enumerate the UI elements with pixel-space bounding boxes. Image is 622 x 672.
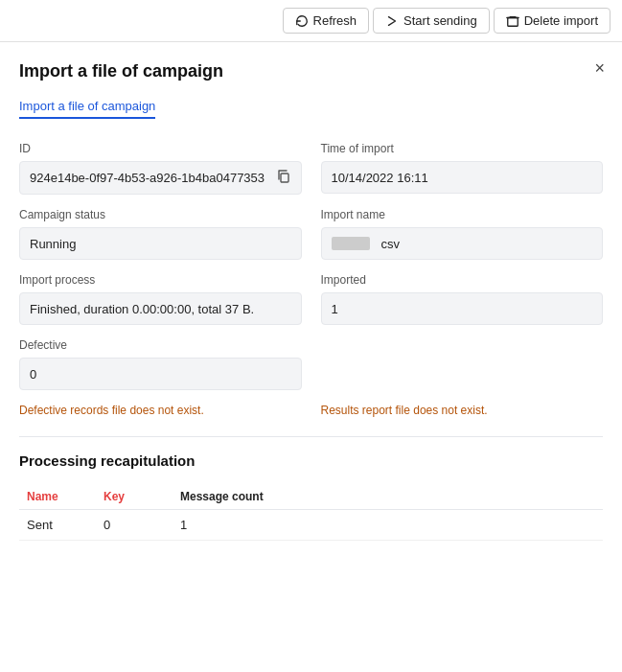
refresh-icon [295, 14, 309, 28]
col-header-name: Name [19, 484, 96, 510]
results-report-info: Results report file does not exist. [321, 404, 604, 417]
defective-value: 0 [19, 358, 302, 390]
svg-rect-0 [507, 17, 518, 26]
recapitulation-section: Processing recapitulation Name Key Messa… [19, 452, 603, 541]
id-value: 924e14be-0f97-4b53-a926-1b4ba0477353 [19, 161, 302, 195]
start-sending-button[interactable]: Start sending [373, 8, 490, 34]
form-grid: ID 924e14be-0f97-4b53-a926-1b4ba0477353 … [19, 142, 603, 390]
col-header-message-count: Message count [173, 484, 603, 510]
col-header-key: Key [96, 484, 173, 510]
cell-name: Sent [19, 510, 96, 541]
info-row: Defective records file does not exist. R… [19, 404, 603, 417]
import-process-group: Import process Finished, duration 0.00:0… [19, 273, 302, 325]
toolbar: Refresh Start sending Delete import [0, 0, 622, 42]
time-of-import-group: Time of import 10/14/2022 16:11 [321, 142, 604, 195]
page-title: Import a file of campaign [19, 61, 603, 81]
main-panel: Import a file of campaign × Import a fil… [0, 42, 622, 560]
import-name-value: csv [321, 227, 604, 260]
tab-import-file[interactable]: Import a file of campaign [19, 99, 155, 119]
delete-icon [506, 14, 519, 28]
table-header-row: Name Key Message count [19, 484, 603, 510]
id-label: ID [19, 142, 302, 155]
defective-records-info: Defective records file does not exist. [19, 404, 302, 417]
recapitulation-table: Name Key Message count Sent 0 1 [19, 484, 603, 541]
copy-icon[interactable] [276, 169, 291, 187]
refresh-button[interactable]: Refresh [283, 8, 370, 34]
time-of-import-label: Time of import [321, 142, 604, 155]
import-process-label: Import process [19, 273, 302, 287]
section-divider [19, 436, 603, 437]
svg-rect-1 [281, 174, 288, 182]
defective-group: Defective 0 [19, 338, 302, 390]
time-of-import-value: 10/14/2022 16:11 [321, 161, 604, 194]
delete-import-button[interactable]: Delete import [494, 8, 610, 34]
close-button[interactable]: × [594, 59, 605, 77]
import-name-label: Import name [321, 208, 604, 221]
cell-key: 0 [96, 510, 173, 541]
recapitulation-title: Processing recapitulation [19, 452, 603, 469]
imported-label: Imported [321, 273, 604, 287]
campaign-status-group: Campaign status Running [19, 208, 302, 260]
imported-group: Imported 1 [321, 273, 604, 325]
campaign-status-value: Running [19, 227, 302, 260]
table-row: Sent 0 1 [19, 510, 603, 541]
id-field-group: ID 924e14be-0f97-4b53-a926-1b4ba0477353 [19, 142, 302, 195]
import-process-value: Finished, duration 0.00:00:00, total 37 … [19, 292, 302, 325]
imported-value: 1 [321, 292, 604, 325]
campaign-status-label: Campaign status [19, 208, 302, 221]
import-name-group: Import name csv [321, 208, 604, 260]
defective-label: Defective [19, 338, 302, 352]
cell-message-count: 1 [173, 510, 603, 541]
send-icon [385, 14, 399, 28]
